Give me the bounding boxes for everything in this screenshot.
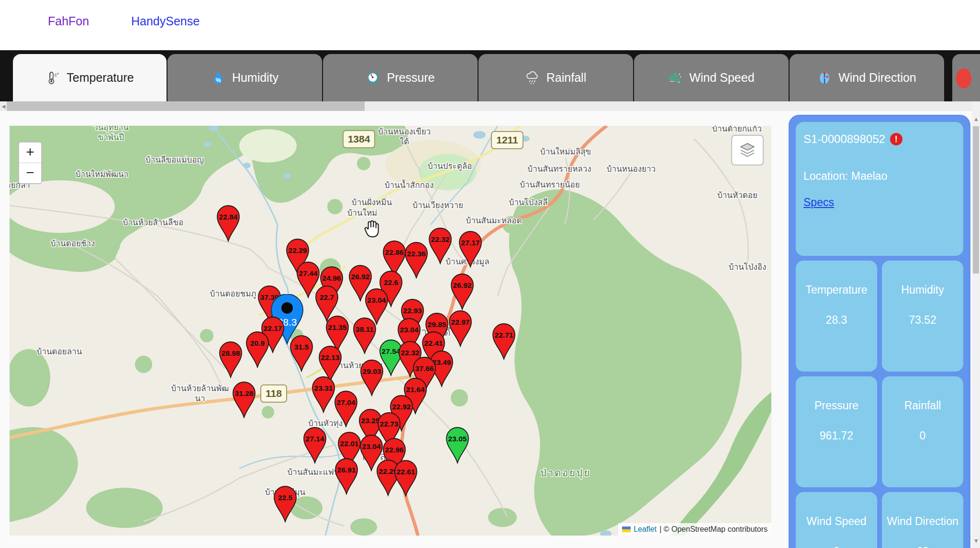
vertical-scrollbar[interactable]: ▲ ▼: [972, 101, 980, 548]
scroll-left-arrow-icon[interactable]: ◄: [0, 103, 7, 110]
tab-wind-speed[interactable]: Wind Speed: [634, 54, 789, 101]
metric-card-wind-speed[interactable]: Wind Speed 0: [796, 492, 877, 548]
map-place-label: บ้านหัวทุ่ง: [308, 419, 343, 428]
map-container[interactable]: วนอุทยานขาพันปีบ้านลีขอแม่บอญบ้านใหม่พัฒ…: [10, 126, 771, 536]
specs-link[interactable]: Specs: [803, 196, 834, 208]
map-place-label: บ้านดอยลาน: [37, 347, 82, 356]
metric-value: 28.3: [796, 314, 877, 327]
map-place-label: ป่าก่อดำ: [413, 326, 458, 338]
map-place-label: บ้านลีขอแม่บอญ: [145, 155, 204, 164]
map-place-label: บ้านสันทรายน้อย: [520, 180, 580, 189]
metric-card-rainfall[interactable]: Rainfall 0: [882, 376, 963, 487]
map-place-label: บ้านใหม่พัฒนา: [76, 169, 128, 179]
metric-label: Rainfall: [882, 399, 963, 412]
metric-label: Wind Direction: [882, 515, 963, 528]
map-place-label: นา: [195, 394, 205, 403]
wind-vane-icon: [817, 71, 832, 85]
tab-label: Temperature: [67, 71, 134, 85]
map-place-label: บ้านน้ำสักกอง: [385, 179, 434, 190]
map-place-label: บ้านดอยชมภู: [210, 289, 256, 299]
horizontal-scrollbar[interactable]: ◄: [0, 101, 972, 111]
map-place-label: บ้านห้วยล้านพัฒ: [171, 384, 229, 393]
tab-rainfall[interactable]: Rainfall: [479, 54, 633, 101]
metric-card-wind-direction[interactable]: Wind Direction 63: [882, 492, 963, 548]
metric-label: Wind Speed: [796, 515, 877, 528]
map-place-label: บ้านด้ายก่แก้ว: [712, 126, 762, 133]
tab-label: Pressure: [387, 71, 434, 85]
tab-wind-direction[interactable]: Wind Direction: [790, 54, 944, 101]
road-badge-label: 1211: [496, 134, 518, 145]
map-place-label: บ้านห้วยหวาย: [334, 361, 383, 370]
metric-value: 0: [882, 429, 963, 442]
map-place-label: บ้านประตูล้อ: [428, 162, 472, 171]
metric-value: 73.52: [882, 314, 963, 327]
tab-label: Wind Speed: [689, 71, 754, 85]
map-place-label: บ้านโป่งสลี: [509, 197, 548, 207]
metric-card-pressure[interactable]: Pressure 961.72: [796, 376, 877, 487]
map-place-label: แม่ลาว: [362, 450, 404, 462]
road-badge-label: 1384: [348, 133, 370, 144]
tab-label: Wind Direction: [838, 71, 916, 85]
zoom-in-button[interactable]: +: [19, 142, 41, 163]
status-red-dot-icon: [956, 68, 971, 88]
map-place-label: บ้านดงอีมุน: [265, 488, 306, 497]
map-place-label: บ้านโป่งอิง: [729, 262, 767, 272]
station-id: S1-0000898052: [803, 132, 885, 146]
metric-card-humidity[interactable]: Humidity 73.52: [882, 261, 963, 372]
zoom-out-button[interactable]: −: [19, 163, 41, 183]
map-place-label: บ้านใหม่: [347, 208, 378, 218]
map-place-label: ใต้: [400, 137, 409, 146]
station-header-card[interactable]: S1-0000898052 ! Location: Maelao Specs: [796, 122, 963, 256]
ukraine-flag-icon: [622, 526, 631, 532]
metric-grid: Temperature 28.3 Humidity 73.52 Pressure…: [796, 261, 963, 548]
tab-pressure[interactable]: Pressure: [323, 54, 478, 101]
humidity-drop-icon: %: [211, 71, 225, 85]
station-panel: S1-0000898052 ! Location: Maelao Specs T…: [789, 115, 970, 548]
map-place-label: วนอุทยาน: [93, 126, 129, 132]
svg-text:%: %: [216, 77, 221, 84]
nav-link-fahfon[interactable]: FahFon: [48, 14, 89, 28]
map-place-label: บ้านสันทรายหลวง: [527, 164, 591, 174]
vertical-scrollbar-thumb[interactable]: [973, 126, 979, 274]
wind-icon: [668, 71, 682, 85]
metric-label: Temperature: [796, 284, 877, 296]
tab-overflow-stub[interactable]: [952, 54, 980, 101]
tab-label: Rainfall: [546, 71, 586, 85]
metric-card-temperature[interactable]: Temperature 28.3: [796, 261, 877, 372]
map-place-label: บ้านเวียงหวาย: [412, 201, 463, 210]
metric-value: 0: [796, 545, 877, 548]
top-navbar: FahFon HandySense: [0, 0, 980, 50]
map-place-label: บ้านใหม่มลิสุข: [540, 147, 591, 157]
layers-control-button[interactable]: [731, 135, 764, 165]
nav-link-handysense[interactable]: HandySense: [131, 14, 200, 28]
leaflet-link[interactable]: Leaflet: [634, 525, 657, 534]
road-badge-label: 118: [266, 388, 282, 399]
scroll-up-arrow-icon[interactable]: ▲: [973, 116, 979, 122]
scroll-down-arrow-icon[interactable]: ▼: [973, 537, 979, 544]
map-place-label: บ้านหนองยาว: [607, 164, 656, 174]
svg-text:c°: c°: [55, 72, 59, 77]
sensor-tabbar: c° Temperature % Humidity Pressure Rainf…: [0, 50, 980, 101]
map-place-label: ขาพันปี: [98, 133, 124, 142]
map-place-label: บ้านหัวดอย: [717, 191, 757, 200]
map-tiles: วนอุทยานขาพันปีบ้านลีขอแม่บอญบ้านใหม่พัฒ…: [10, 126, 771, 536]
tab-temperature[interactable]: c° Temperature: [13, 54, 167, 101]
layers-icon: [739, 142, 756, 158]
attribution-text: | © OpenStreetMap contributors: [659, 525, 768, 534]
metric-value: 961.72: [796, 429, 877, 442]
pressure-gauge-icon: [366, 71, 380, 85]
horizontal-scrollbar-thumb[interactable]: [7, 101, 365, 111]
map-place-label: บ้านดอยช้าง: [51, 239, 95, 248]
tab-humidity[interactable]: % Humidity: [167, 54, 322, 101]
thermometer-icon: c°: [45, 71, 60, 85]
metric-label: Humidity: [882, 284, 963, 296]
map-place-label: บ้านห้วยส้านลีขอ: [123, 218, 183, 227]
station-location: Location: Maelao: [803, 170, 956, 183]
map-zoom-control: + −: [18, 142, 42, 184]
map-place-label: บ้านหนองเขียว: [378, 127, 431, 136]
metric-value: 63: [882, 545, 963, 548]
map-place-label: บ้านสันมะแฟน: [288, 468, 340, 477]
alert-icon: !: [890, 133, 902, 145]
map-place-label: ป่าดอยปุย: [540, 468, 591, 479]
rain-cloud-icon: [525, 71, 540, 85]
